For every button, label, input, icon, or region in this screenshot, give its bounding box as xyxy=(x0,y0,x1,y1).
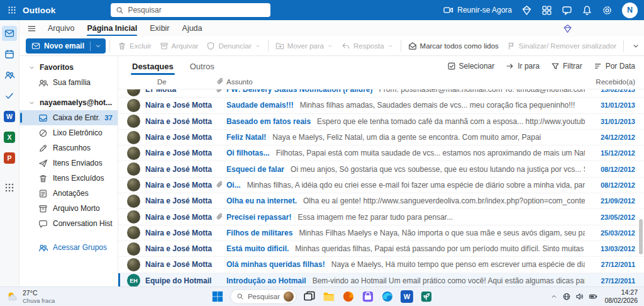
folder-caixa-de-entr[interactable]: Caixa de Entr...37 xyxy=(19,110,118,125)
rail-item-to-do[interactable] xyxy=(2,88,17,103)
goto-icon xyxy=(506,62,514,71)
edge-icon xyxy=(381,290,394,303)
menu-item-arquivo[interactable]: Arquivo xyxy=(48,20,74,37)
app-rail: WXP xyxy=(0,20,19,286)
email-row[interactable]: Naira e José MottaBaseado em fatos reais… xyxy=(118,114,644,130)
scrollbar-thumb[interactable] xyxy=(639,219,643,254)
email-row[interactable]: Naira e José MottaOlha eu na internet.Ol… xyxy=(118,193,644,209)
menu-item-pagina-inicial[interactable]: Página Inicial xyxy=(87,20,137,37)
email-row[interactable]: EHEquipe do HotmailIntrodução ao Hotmail… xyxy=(118,273,644,286)
email-row[interactable]: Naira e José MottaSaudade demais!!!Minha… xyxy=(118,98,644,113)
search-input[interactable]: Pesquisar xyxy=(111,3,270,17)
email-row[interactable]: Naira e José MottaFilhos de militaresMin… xyxy=(118,225,644,241)
folder-sua-familia[interactable]: Sua família xyxy=(19,75,118,90)
tab-destaques[interactable]: Destaques xyxy=(131,56,175,76)
notifications-icon[interactable] xyxy=(582,5,592,16)
clock[interactable]: 14:27 08/02/2026 xyxy=(604,288,638,305)
toolbar-resposta-button[interactable]: Resposta xyxy=(338,38,397,54)
rail-item-excel[interactable]: X xyxy=(2,130,17,145)
rail-item-more-apps[interactable] xyxy=(2,180,17,195)
email-row[interactable]: Naira e José MottaEstá muito dificil.Min… xyxy=(118,241,644,257)
email-summary: FW: Delivery Status Notification (Failur… xyxy=(226,89,585,94)
edge-button[interactable] xyxy=(380,290,394,303)
favorites-header[interactable]: Favoritos xyxy=(19,60,118,75)
collapse-ribbon-icon[interactable] xyxy=(631,42,640,50)
app-launcher-icon[interactable] xyxy=(8,6,16,14)
toolbar-mover-para-button[interactable]: Mover para xyxy=(272,38,337,54)
start-button[interactable] xyxy=(211,290,225,303)
toolbar-marcar-todos-como-lidos-button[interactable]: Marcar todos como lidos xyxy=(404,38,502,54)
email-row[interactable]: Naira e José MottaPrecisei repassar!Essa… xyxy=(118,209,644,225)
premium-diamond-icon[interactable] xyxy=(563,24,572,33)
rail-item-powerpoint[interactable]: P xyxy=(2,150,17,166)
notes-icon xyxy=(38,189,48,198)
toolbar-sinalizar-remover-sinalizador-button[interactable]: Sinalizar/ Remover sinalizador xyxy=(503,38,620,54)
folder-anotacoes[interactable]: Anotações xyxy=(19,186,118,201)
tab-outros[interactable]: Outros xyxy=(189,56,216,76)
word-button[interactable]: W xyxy=(400,290,414,303)
filtrar-button[interactable]: Filtrar xyxy=(551,62,582,71)
email-sender: Naira e José Motta xyxy=(145,260,216,269)
battery-icon[interactable] xyxy=(589,292,597,301)
rail-item-calendar[interactable] xyxy=(2,47,17,62)
folder-lixo-eletronico[interactable]: Lixo Eletrônico xyxy=(19,125,118,140)
flag-icon xyxy=(507,42,516,50)
email-row[interactable]: Naira e José MottaOlá minhas queridas fi… xyxy=(118,257,644,273)
menu-item-exibir[interactable]: Exibir xyxy=(150,20,169,37)
email-received-date: 13/03/2012 xyxy=(585,245,644,252)
sender-avatar xyxy=(127,147,140,160)
scrollbar[interactable] xyxy=(639,90,643,285)
access-groups-link[interactable]: Acessar Grupos xyxy=(19,240,118,255)
por-data-button[interactable]: Por Data xyxy=(594,62,635,71)
outlook-window: Outlook Pesquisar Reunir-se Agora N WXP xyxy=(0,0,644,306)
chevron-down-icon[interactable] xyxy=(94,42,102,50)
email-row[interactable]: Naira e José MottaOi filhotas...Filhotas… xyxy=(118,145,644,161)
rail-item-word[interactable]: W xyxy=(2,109,17,124)
column-from[interactable]: De xyxy=(157,78,167,86)
settings-icon[interactable] xyxy=(602,5,613,16)
volume-icon[interactable] xyxy=(575,292,584,301)
task-view-button[interactable] xyxy=(303,290,316,303)
file-explorer-button[interactable] xyxy=(322,290,336,303)
meet-now-button[interactable]: Reunir-se Agora xyxy=(443,5,512,15)
folder-itens-enviados[interactable]: Itens Enviados xyxy=(19,156,118,171)
apps-icon[interactable] xyxy=(541,5,552,16)
rail-item-people[interactable] xyxy=(2,67,17,82)
column-subject[interactable]: Assunto xyxy=(226,78,253,86)
attachment-column-icon[interactable] xyxy=(216,77,225,86)
email-row[interactable]: LT MottaFW: Delivery Status Notification… xyxy=(118,89,644,98)
account-header[interactable]: nayaemaelys@hot... xyxy=(19,95,118,110)
column-received[interactable]: Recebido(a) xyxy=(596,78,635,86)
account-avatar[interactable]: N xyxy=(622,3,638,18)
folder-label: Anotações xyxy=(53,189,113,198)
chevron-down-icon xyxy=(387,43,394,49)
selecionar-button[interactable]: Selecionar xyxy=(447,62,495,71)
new-email-main[interactable]: Novo email xyxy=(26,42,90,50)
ir-para-button[interactable]: Ir para xyxy=(506,62,540,71)
network-icon[interactable] xyxy=(562,292,571,301)
email-sender: Naira e José Motta xyxy=(145,213,216,222)
control-label: Filtrar xyxy=(563,62,582,71)
microsoft-365-button[interactable] xyxy=(419,290,433,303)
folder-arquivo-morto[interactable]: Arquivo Morto xyxy=(19,201,118,216)
email-row[interactable]: Naira e José MottaOi...Minhas filhas, A … xyxy=(118,178,644,193)
toolbar-arquivar-button[interactable]: Arquivar xyxy=(156,38,203,54)
firefox-button[interactable] xyxy=(341,290,355,303)
new-email-button[interactable]: Novo email xyxy=(26,38,106,54)
rail-item-mail[interactable] xyxy=(2,26,17,41)
menu-item-ajuda[interactable]: Ajuda xyxy=(182,20,203,37)
folder-conversation-hist[interactable]: Conversation Hist... xyxy=(19,216,118,231)
folder-rascunhos[interactable]: Rascunhos xyxy=(19,140,118,156)
feedback-icon[interactable] xyxy=(562,5,572,16)
taskbar-search[interactable]: Pesquisar xyxy=(230,289,297,304)
toolbar-denunciar-button[interactable]: Denunciar xyxy=(203,38,264,54)
email-row[interactable]: Naira e José MottaEsqueci de falarOi meu… xyxy=(118,161,644,177)
tray-expand-icon[interactable] xyxy=(550,293,558,300)
hamburger-icon[interactable] xyxy=(27,24,36,33)
toolbar-excluir-button[interactable]: Excluir xyxy=(114,38,155,54)
folder-itens-excluidos[interactable]: Itens Excluídos xyxy=(19,171,118,186)
premium-icon[interactable] xyxy=(521,5,532,16)
weather-widget[interactable]: 27°C Chuva fraca xyxy=(6,289,55,304)
email-row[interactable]: Naira e José MottaFeliz Natal!Naya e Mae… xyxy=(118,130,644,145)
store-button[interactable] xyxy=(361,290,375,303)
